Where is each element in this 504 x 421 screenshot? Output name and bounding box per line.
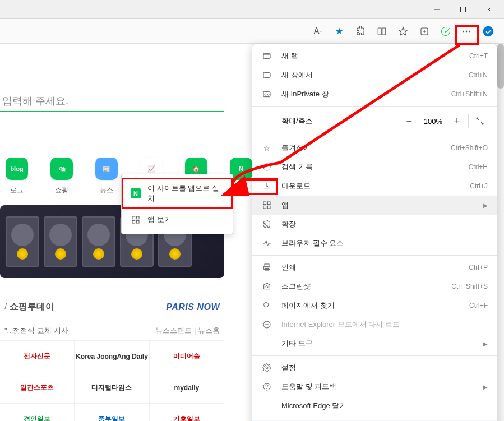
news-cell[interactable]: 경인일보 xyxy=(0,404,75,421)
paris-now-link[interactable]: PARIS NOW xyxy=(166,302,220,312)
news-cell[interactable]: 전자신문 xyxy=(0,341,75,372)
menu-print[interactable]: 인쇄 Ctrl+P xyxy=(252,258,497,277)
menu-help[interactable]: 도움말 및 피드백 ▶ xyxy=(252,377,497,396)
menu-shortcut: Ctrl+Shift+O xyxy=(451,144,488,152)
map-icon: N xyxy=(230,158,252,180)
inprivate-icon xyxy=(261,90,272,99)
menu-downloads[interactable]: 다운로드 Ctrl+J xyxy=(252,177,497,196)
svg-rect-39 xyxy=(132,220,135,223)
news-cell[interactable]: 일간스포츠 xyxy=(0,372,75,404)
section-title[interactable]: 쇼핑투데이 xyxy=(10,302,54,311)
shopping-section: / 쇼핑투데이 PARIS NOW "...정점식 교체 시사 뉴스스탠드 | … xyxy=(0,293,224,421)
copilot-button[interactable] xyxy=(478,21,498,41)
menu-label: 확장 xyxy=(281,219,488,229)
svg-point-33 xyxy=(266,367,268,369)
news-grid: 전자신문 Korea JoongAng Daily 미디어슬 일간스포츠 디지털… xyxy=(0,340,224,421)
search-icon xyxy=(261,301,272,310)
shortcut-news[interactable]: 📰뉴스 xyxy=(90,158,123,195)
menu-new-window[interactable]: 새 창에서 Ctrl+N xyxy=(252,66,497,85)
read-aloud-button[interactable]: A⌢ xyxy=(308,21,328,41)
menu-apps[interactable]: 앱 ▶ xyxy=(252,196,497,215)
news-cell[interactable]: 중부일보 xyxy=(75,404,149,421)
scroll-thumb[interactable] xyxy=(497,44,504,89)
browser-window: A⌢ ★ ⋯ 입력해 주세요. blog로그 🛍쇼핑 📰뉴스 📈증권 🏠부동산 … xyxy=(0,0,504,421)
performance-button[interactable] xyxy=(436,21,456,41)
menu-favorites[interactable]: ☆ 즐겨찾기 Ctrl+Shift+O xyxy=(252,138,497,158)
submenu-label: 이 사이트를 앱으로 설치 xyxy=(147,183,224,203)
print-icon xyxy=(261,263,272,272)
svg-rect-11 xyxy=(263,53,270,58)
news-cell[interactable]: 기호일보 xyxy=(150,404,224,421)
svg-line-31 xyxy=(268,307,270,309)
news-tabs[interactable]: 뉴스스탠드 | 뉴스홈 xyxy=(155,326,220,336)
svg-line-18 xyxy=(480,122,483,124)
browser-toolbar: A⌢ ★ ⋯ xyxy=(0,19,504,44)
favorite-star-button[interactable]: ★ xyxy=(329,21,349,41)
menu-label: 다운로드 xyxy=(281,181,470,191)
menu-new-tab[interactable]: 새 탭 Ctrl+T xyxy=(252,47,497,66)
split-screen-button[interactable] xyxy=(372,21,392,41)
news-cell[interactable]: Korea JoongAng Daily xyxy=(75,341,149,372)
chevron-right-icon: ▶ xyxy=(483,384,488,390)
svg-rect-24 xyxy=(263,206,266,209)
apps-submenu: N 이 사이트를 앱으로 설치 앱 보기 xyxy=(121,174,233,234)
collections-button[interactable] xyxy=(393,21,413,41)
section-prefix: / xyxy=(4,302,10,311)
apps-icon xyxy=(261,201,272,210)
shortcut-shopping[interactable]: 🛍쇼핑 xyxy=(45,158,78,195)
svg-point-29 xyxy=(266,286,268,288)
menu-close-edge[interactable]: • Microsoft Edge 닫기 xyxy=(252,396,497,415)
zoom-in-button[interactable]: + xyxy=(449,113,465,129)
news-headline[interactable]: "...정점식 교체 시사 xyxy=(4,326,68,336)
submenu-install-app[interactable]: N 이 사이트를 앱으로 설치 xyxy=(122,178,233,209)
svg-point-16 xyxy=(267,94,269,95)
menu-separator xyxy=(252,255,497,256)
news-cell[interactable]: mydaily xyxy=(150,372,224,404)
menu-label: 설정 xyxy=(281,363,488,373)
menu-shortcut: Ctrl+N xyxy=(469,71,488,79)
shortcut-blog[interactable]: blog로그 xyxy=(0,158,34,195)
gear-icon xyxy=(261,363,272,372)
extensions-button[interactable] xyxy=(350,21,371,41)
close-button[interactable] xyxy=(476,1,502,18)
menu-essentials[interactable]: 브라우저 필수 요소 xyxy=(252,234,497,253)
news-cell[interactable]: 디지털타임스 xyxy=(75,372,149,404)
menu-shortcut: Ctrl+H xyxy=(469,163,488,171)
menu-separator xyxy=(252,355,497,356)
news-cell[interactable]: 미디어슬 xyxy=(150,341,224,372)
zoom-out-button[interactable]: − xyxy=(401,113,417,129)
svg-line-17 xyxy=(477,118,479,121)
menu-label: 새 창에서 xyxy=(281,70,469,80)
menu-screenshot[interactable]: 스크린샷 Ctrl+Shift+S xyxy=(252,277,497,296)
menu-zoom: 확대/축소 − 100% + xyxy=(252,109,497,133)
fullscreen-button[interactable] xyxy=(472,113,488,129)
blog-icon: blog xyxy=(6,158,28,180)
menu-extensions[interactable]: 확장 xyxy=(252,215,497,234)
submenu-label: 앱 보기 xyxy=(147,215,172,225)
zoom-label: 확대/축소 xyxy=(281,116,401,126)
menu-shortcut: Ctrl+J xyxy=(470,182,488,190)
settings-more-button[interactable]: ⋯ xyxy=(457,21,477,41)
download-icon xyxy=(261,182,272,191)
menu-new-inprivate[interactable]: 새 InPrivate 창 Ctrl+Shift+N xyxy=(252,85,497,104)
menu-shortcut: Ctrl+Shift+N xyxy=(451,90,488,98)
zoom-value: 100% xyxy=(424,117,442,126)
menu-more-tools[interactable]: • 기타 도구 ▶ xyxy=(252,334,497,353)
history-icon xyxy=(261,163,272,172)
search-input[interactable]: 입력해 주세요. xyxy=(0,94,68,108)
submenu-view-apps[interactable]: 앱 보기 xyxy=(122,209,233,230)
maximize-button[interactable] xyxy=(450,1,476,18)
collections-add-button[interactable] xyxy=(414,21,434,41)
menu-settings[interactable]: 설정 xyxy=(252,358,497,377)
svg-rect-25 xyxy=(267,206,270,209)
menu-label: 인쇄 xyxy=(281,262,469,272)
shortcut-label: 지도 xyxy=(234,186,248,195)
page-scrollbar[interactable] xyxy=(497,44,504,421)
menu-find[interactable]: 페이지에서 찾기 Ctrl+F xyxy=(252,296,497,315)
menu-history[interactable]: 검색 기록 Ctrl+H xyxy=(252,158,497,177)
minimize-button[interactable] xyxy=(424,1,450,18)
menu-label: 페이지에서 찾기 xyxy=(281,300,469,311)
menu-separator xyxy=(252,418,497,418)
puzzle-icon xyxy=(261,220,272,229)
new-tab-icon xyxy=(261,52,272,61)
